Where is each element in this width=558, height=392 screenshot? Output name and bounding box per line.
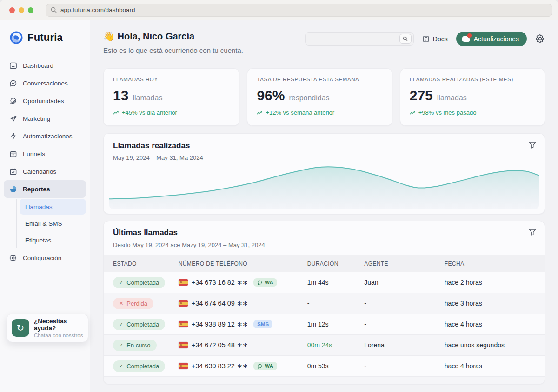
column-header[interactable]: ESTADO — [113, 261, 179, 267]
gear-icon — [9, 254, 17, 262]
phone-cell: +34 674 64 09 ∗∗ — [179, 300, 307, 307]
stat-card-tasa-respuesta: TASA DE RESPUESTA ESTA SEMANA 96% respon… — [247, 68, 392, 126]
sidebar-item-label: Configuración — [23, 255, 61, 261]
minimize-window-button[interactable] — [19, 7, 24, 13]
trend-up-icon — [257, 110, 263, 115]
filter-icon[interactable] — [529, 141, 536, 150]
page-title: 👋 Hola, Nico García — [103, 31, 243, 42]
table-row[interactable]: ✓Completada +34 938 89 12 ∗∗ SMS 1m 12s … — [104, 314, 545, 335]
funnel-box-icon — [9, 150, 17, 158]
spain-flag-icon — [179, 279, 188, 286]
duration-cell: - — [307, 300, 365, 307]
table-row[interactable]: ✓Completada +34 639 83 22 ∗∗ WA 0m 53s -… — [104, 356, 545, 377]
gear-icon — [535, 34, 545, 44]
sidebar-item-dashboard[interactable]: Dashboard — [4, 57, 86, 74]
browser-topbar: app.futuria.com/dashboard — [0, 0, 558, 20]
main-content: 👋 Hola, Nico García Esto es lo que está … — [90, 20, 558, 392]
updates-label: Actualizaciones — [474, 35, 519, 43]
sidebar-item-label: Funnels — [23, 150, 45, 157]
sidebar-subitem-email-sms[interactable]: Email & SMS — [20, 216, 86, 231]
page-header: 👋 Hola, Nico García Esto es lo que está … — [103, 31, 545, 54]
table-row[interactable]: ✓En curso +34 672 05 48 ∗∗ 00m 24s Loren… — [104, 335, 545, 356]
sidebar-item-label: Oportunidades — [23, 98, 64, 105]
column-header[interactable]: AGENTE — [364, 261, 445, 267]
sidebar-item-funnels[interactable]: Funnels — [4, 145, 86, 163]
pie-chart-icon — [9, 185, 17, 193]
agent-cell: - — [364, 300, 445, 307]
agent-cell: - — [364, 320, 445, 328]
updates-button[interactable]: Actualizaciones — [456, 32, 527, 46]
table-row[interactable]: ✓Completada +34 673 16 82 ∗∗ WA 1m 44s J… — [104, 272, 545, 293]
date-cell: hace 4 horas — [445, 362, 535, 370]
brand-name: Futuria — [27, 32, 63, 44]
duration-cell: 1m 44s — [307, 279, 365, 286]
stat-label: LLAMADAS REALIZADAS (ESTE MES) — [410, 77, 535, 82]
help-widget[interactable]: ↻ ¿Necesitas ayuda? Chataa con nosstros — [7, 314, 88, 342]
search-box — [305, 32, 414, 46]
chart-area-fill — [109, 167, 539, 209]
page-subtitle: Esto es lo que está ocurriendo con tu cu… — [103, 46, 243, 54]
settings-button[interactable] — [535, 34, 545, 44]
stat-card-llamadas-hoy: LLAMADAS HOY 13 llamadas +45% vs dia ant… — [103, 68, 239, 126]
stat-trend: +45% vs dia anterior — [113, 109, 230, 116]
status-badge: ✓Completada — [113, 319, 165, 330]
stats-row: LLAMADAS HOY 13 llamadas +45% vs dia ant… — [103, 68, 545, 126]
date-cell: hace 3 horas — [445, 300, 535, 307]
stat-label: TASA DE RESPUESTA ESTA SEMANA — [257, 77, 382, 82]
stat-value: 275 — [410, 88, 433, 104]
sidebar-item-marketing[interactable]: Marketing — [4, 110, 86, 127]
date-cell: hace unos segundos — [445, 341, 535, 349]
calendar-icon — [9, 168, 17, 176]
phone-cell: +34 938 89 12 ∗∗ SMS — [179, 320, 307, 328]
sidebar-item-label: Dashboard — [23, 62, 53, 69]
table-title: Últimas llamadas — [113, 228, 535, 237]
notification-dot — [467, 33, 472, 38]
whatsapp-badge: WA — [253, 278, 277, 287]
search-input[interactable] — [307, 35, 399, 42]
address-bar[interactable]: app.futuria.com/dashboard — [46, 4, 552, 17]
table-header-row: ESTADO NÚMERO DE TELÉFONO DURACIÓN AGENT… — [104, 255, 545, 272]
phone-cell: +34 673 16 82 ∗∗ WA — [179, 278, 307, 287]
whatsapp-badge: WA — [253, 362, 277, 370]
search-button[interactable] — [399, 34, 412, 44]
docs-label: Docs — [433, 35, 448, 43]
chart-title: Llamadas realizadas — [113, 141, 535, 150]
agent-cell: Juan — [364, 279, 445, 286]
sidebar-item-label: Marketing — [23, 115, 50, 122]
sidebar-subitem-etiquetas[interactable]: Etiquetas — [20, 232, 86, 248]
duration-cell: 1m 12s — [307, 320, 365, 328]
calls-chart-card: Llamadas realizadas May 19, 2024 – May 3… — [103, 133, 545, 214]
sidebar-item-conversaciones[interactable]: Conversaciones — [4, 74, 86, 92]
duration-cell-live: 00m 24s — [307, 341, 365, 349]
sidebar-item-label: Calendarios — [23, 168, 56, 175]
brand[interactable]: Futuria — [0, 20, 90, 57]
chat-icon — [9, 79, 17, 87]
zoom-window-button[interactable] — [28, 7, 33, 13]
sidebar-item-reportes[interactable]: Reportes — [4, 180, 86, 198]
sidebar-item-configuracion[interactable]: Configuración — [4, 249, 86, 267]
sidebar-item-oportunidades[interactable]: Oportunidades — [4, 92, 86, 110]
zap-icon — [9, 132, 17, 140]
column-header[interactable]: DURACIÓN — [307, 261, 365, 267]
close-window-button[interactable] — [9, 7, 15, 13]
chat-support-icon: ↻ — [12, 319, 29, 337]
stat-trend: +98% vs mes pasado — [410, 109, 535, 116]
spain-flag-icon — [179, 321, 188, 327]
whatsapp-icon — [257, 280, 262, 285]
docs-link[interactable]: Docs — [422, 35, 448, 43]
duration-cell: 0m 53s — [307, 362, 365, 370]
sidebar-item-automatizaciones[interactable]: Automatizaciones — [4, 127, 86, 145]
table-row[interactable]: ✕Perdida +34 674 64 09 ∗∗ - - hace 3 hor… — [104, 293, 545, 314]
stat-value: 13 — [113, 88, 128, 104]
sidebar-subitem-llamadas[interactable]: Llamadas — [20, 199, 86, 215]
sidebar-nav: Dashboard Conversaciones Oportunidades M… — [0, 57, 90, 267]
column-header[interactable]: FECHA — [445, 261, 535, 267]
document-icon — [422, 35, 430, 43]
filter-icon[interactable] — [529, 229, 536, 238]
sidebar-item-calendarios[interactable]: Calendarios — [4, 163, 86, 180]
sidebar-item-label: Automatizaciones — [23, 133, 73, 140]
column-header[interactable]: NÚMERO DE TELÉFONO — [179, 261, 307, 267]
stat-label: LLAMADAS HOY — [113, 77, 230, 82]
status-badge: ✓En curso — [113, 340, 157, 351]
whatsapp-icon — [257, 364, 262, 369]
